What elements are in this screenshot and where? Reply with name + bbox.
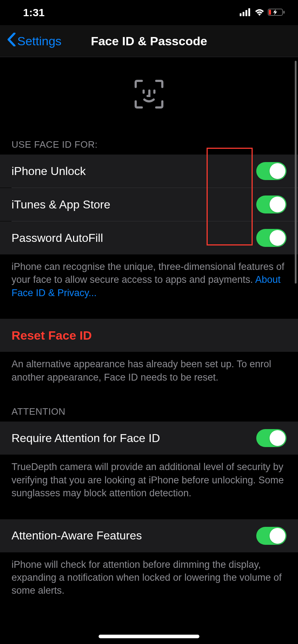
attention-aware-footer: iPhone will check for attention before d…: [0, 552, 298, 606]
reset-faceid-label: Reset Face ID: [12, 328, 92, 342]
row-require-attention: Require Attention for Face ID: [0, 422, 298, 455]
faceid-hero-icon-container: [0, 57, 298, 133]
home-indicator[interactable]: [99, 635, 199, 638]
svg-rect-2: [245, 10, 247, 16]
faceid-footer: iPhone can recognise the unique, three-d…: [0, 254, 298, 308]
back-button[interactable]: Settings: [7, 33, 62, 49]
section-header-attention: ATTENTION: [0, 392, 298, 422]
row-itunes-appstore: iTunes & App Store: [0, 188, 298, 221]
status-bar: 1:31: [0, 0, 298, 25]
svg-rect-6: [283, 11, 285, 14]
svg-rect-1: [243, 12, 244, 16]
spacer: [0, 308, 298, 319]
back-label: Settings: [17, 34, 62, 48]
row-label: iPhone Unlock: [12, 165, 86, 178]
content-scroll[interactable]: USE FACE ID FOR: iPhone Unlock iTunes & …: [0, 57, 298, 644]
row-label: iTunes & App Store: [12, 198, 110, 211]
svg-rect-3: [248, 8, 250, 16]
toggle-iphone-unlock[interactable]: [256, 162, 286, 180]
svg-rect-5: [269, 10, 271, 15]
battery-icon: [268, 6, 285, 19]
wifi-icon: [254, 6, 265, 19]
toggle-password-autofill[interactable]: [256, 229, 286, 247]
toggle-attention-aware[interactable]: [256, 527, 286, 545]
attention-footer: TrueDepth camera will provide an additio…: [0, 455, 298, 508]
status-indicators: [240, 6, 285, 19]
row-attention-aware: Attention-Aware Features: [0, 519, 298, 552]
page-title: Face ID & Passcode: [91, 34, 207, 48]
svg-rect-0: [240, 13, 241, 16]
status-time: 1:31: [23, 6, 45, 19]
row-password-autofill: Password AutoFill: [0, 221, 298, 254]
footer-text: iPhone can recognise the unique, three-d…: [12, 261, 284, 285]
row-iphone-unlock: iPhone Unlock: [0, 155, 298, 188]
toggle-require-attention[interactable]: [256, 429, 286, 447]
row-label: Require Attention for Face ID: [12, 432, 160, 445]
row-label: Attention-Aware Features: [12, 529, 142, 542]
navigation-bar: Settings Face ID & Passcode: [0, 25, 298, 57]
section-header-use-faceid: USE FACE ID FOR:: [0, 133, 298, 155]
cellular-icon: [240, 6, 251, 19]
row-label: Password AutoFill: [12, 231, 103, 245]
spacer: [0, 509, 298, 519]
toggle-itunes-appstore[interactable]: [256, 196, 286, 213]
reset-footer: An alternative appearance has already be…: [0, 352, 298, 392]
chevron-left-icon: [7, 33, 16, 49]
faceid-icon: [133, 78, 165, 112]
scroll-indicator: [295, 61, 297, 284]
reset-faceid-row[interactable]: Reset Face ID: [0, 319, 298, 352]
